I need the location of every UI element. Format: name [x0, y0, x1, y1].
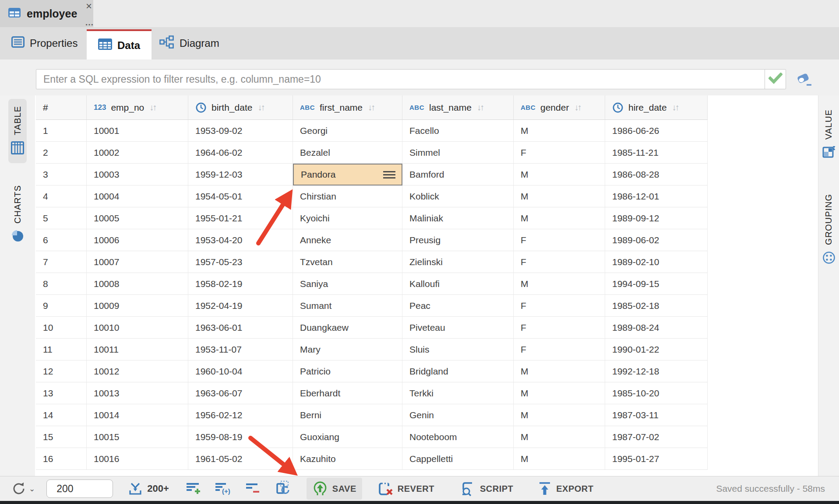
cell-row_num[interactable]: 13	[36, 382, 87, 404]
cell-row_num[interactable]: 10	[36, 317, 87, 338]
cell-emp_no[interactable]: 10016	[87, 448, 188, 469]
cell-last_name[interactable]: Cappelletti	[402, 448, 514, 469]
cell-hire_date[interactable]: 1989-06-02	[605, 229, 708, 251]
column-header-last_name[interactable]: ABClast_name↓↑	[402, 95, 514, 119]
cell-row_num[interactable]: 15	[36, 426, 87, 448]
close-icon[interactable]: ×	[86, 1, 92, 11]
cell-gender[interactable]: M	[514, 207, 605, 229]
cell-birth_date[interactable]: 1961-05-02	[188, 448, 293, 469]
cell-first_name[interactable]: Chirstian	[293, 186, 402, 207]
cell-emp_no[interactable]: 10001	[87, 120, 188, 141]
cell-hire_date[interactable]: 1989-08-24	[605, 317, 708, 338]
refresh-button[interactable]: ⌄	[11, 480, 35, 497]
cell-gender[interactable]: M	[514, 120, 605, 141]
sort-icon[interactable]: ↓↑	[149, 102, 155, 112]
cell-gender[interactable]: M	[514, 426, 605, 448]
sort-icon[interactable]: ↓↑	[574, 102, 580, 112]
cell-hire_date[interactable]: 1985-10-20	[605, 382, 708, 404]
paste-refresh-button[interactable]	[275, 480, 292, 497]
cell-emp_no[interactable]: 10013	[87, 382, 188, 404]
cell-row_num[interactable]: 16	[36, 448, 87, 469]
panel-tab-table[interactable]: TABLE	[8, 99, 27, 163]
cell-birth_date[interactable]: 1958-02-19	[188, 273, 293, 294]
column-header-row_num[interactable]: #	[36, 95, 87, 119]
cell-first_name[interactable]: Guoxiang	[293, 426, 402, 448]
cell-hire_date[interactable]: 1986-12-01	[605, 186, 708, 207]
cell-row_num[interactable]: 8	[36, 273, 87, 294]
cell-last_name[interactable]: Koblick	[402, 186, 514, 207]
cell-emp_no[interactable]: 10011	[87, 339, 188, 360]
cell-first_name[interactable]: Sumant	[293, 295, 402, 316]
column-header-hire_date[interactable]: hire_date↓↑	[605, 95, 708, 119]
duplicate-row-button[interactable]: (+)	[215, 481, 232, 497]
cell-first_name[interactable]: Kazuhito	[293, 448, 402, 469]
cell-last_name[interactable]: Bamford	[402, 164, 514, 185]
cell-birth_date[interactable]: 1963-06-07	[188, 382, 293, 404]
column-header-emp_no[interactable]: 123emp_no↓↑	[87, 95, 188, 119]
export-button[interactable]: EXPORT	[532, 478, 599, 500]
cell-last_name[interactable]: Nooteboom	[402, 426, 514, 448]
cell-hire_date[interactable]: 1994-09-15	[605, 273, 708, 294]
cell-row_num[interactable]: 14	[36, 404, 87, 426]
cell-last_name[interactable]: Genin	[402, 404, 514, 426]
cell-first_name[interactable]: Duangkaew	[293, 317, 402, 338]
cell-row_num[interactable]: 2	[36, 142, 87, 163]
cell-row_num[interactable]: 11	[36, 339, 87, 360]
cell-last_name[interactable]: Preusig	[402, 229, 514, 251]
fetch-more-button[interactable]: 200+	[128, 482, 169, 496]
tab-properties[interactable]: Properties	[0, 27, 89, 60]
cell-gender[interactable]: M	[514, 360, 605, 382]
cell-last_name[interactable]: Facello	[402, 120, 514, 141]
cell-hire_date[interactable]: 1992-12-18	[605, 360, 708, 382]
cell-row_num[interactable]: 3	[36, 164, 87, 185]
cell-birth_date[interactable]: 1953-11-07	[188, 339, 293, 360]
cell-hire_date[interactable]: 1985-02-18	[605, 295, 708, 316]
cell-last_name[interactable]: Bridgland	[402, 360, 514, 382]
cell-last_name[interactable]: Simmel	[402, 142, 514, 163]
cell-row_num[interactable]: 9	[36, 295, 87, 316]
column-header-gender[interactable]: ABCgender↓↑	[514, 95, 605, 119]
cell-gender[interactable]: F	[514, 142, 605, 163]
cell-last_name[interactable]: Peac	[402, 295, 514, 316]
cell-emp_no[interactable]: 10007	[87, 251, 188, 273]
cell-birth_date[interactable]: 1955-01-21	[188, 207, 293, 229]
column-header-birth_date[interactable]: birth_date↓↑	[188, 95, 293, 119]
cell-row_num[interactable]: 4	[36, 186, 87, 207]
tab-diagram[interactable]: Diagram	[148, 27, 231, 60]
panel-tab-value[interactable]: VALUE	[820, 102, 838, 168]
cell-last_name[interactable]: Kalloufi	[402, 273, 514, 294]
cell-first_name[interactable]: Anneke	[293, 229, 402, 251]
cell-emp_no[interactable]: 10003	[87, 164, 188, 185]
add-row-button[interactable]	[186, 481, 201, 497]
cell-row_num[interactable]: 1	[36, 120, 87, 141]
cell-gender[interactable]: M	[514, 164, 605, 185]
cell-hire_date[interactable]: 1986-08-28	[605, 164, 708, 185]
cell-birth_date[interactable]: 1956-02-12	[188, 404, 293, 426]
cell-gender[interactable]: M	[514, 273, 605, 294]
sort-icon[interactable]: ↓↑	[368, 102, 374, 112]
revert-button[interactable]: REVERT	[372, 478, 440, 500]
cell-emp_no[interactable]: 10015	[87, 426, 188, 448]
more-options-icon[interactable]: …	[85, 18, 94, 28]
cell-gender[interactable]: F	[514, 229, 605, 251]
cell-gender[interactable]: F	[514, 317, 605, 338]
cell-birth_date[interactable]: 1963-06-01	[188, 317, 293, 338]
cell-emp_no[interactable]: 10010	[87, 317, 188, 338]
fetch-size-input[interactable]	[46, 480, 113, 498]
cell-first_name[interactable]: Patricio	[293, 360, 402, 382]
cell-emp_no[interactable]: 10004	[87, 186, 188, 207]
cell-first_name[interactable]: Saniya	[293, 273, 402, 294]
selected-cell-first-name[interactable]: Pandora	[293, 164, 402, 186]
cell-emp_no[interactable]: 10005	[87, 207, 188, 229]
panel-tab-grouping[interactable]: GROUPING	[820, 187, 838, 273]
column-header-first_name[interactable]: ABCfirst_name↓↑	[293, 95, 402, 119]
sql-filter-input[interactable]	[36, 70, 765, 89]
cell-row_num[interactable]: 7	[36, 251, 87, 273]
cell-emp_no[interactable]: 10008	[87, 273, 188, 294]
cell-birth_date[interactable]: 1960-10-04	[188, 360, 293, 382]
cell-first_name[interactable]: Bezalel	[293, 142, 402, 163]
cell-first_name[interactable]: Kyoichi	[293, 207, 402, 229]
cell-gender[interactable]: M	[514, 404, 605, 426]
cell-gender[interactable]: F	[514, 339, 605, 360]
cell-emp_no[interactable]: 10012	[87, 360, 188, 382]
